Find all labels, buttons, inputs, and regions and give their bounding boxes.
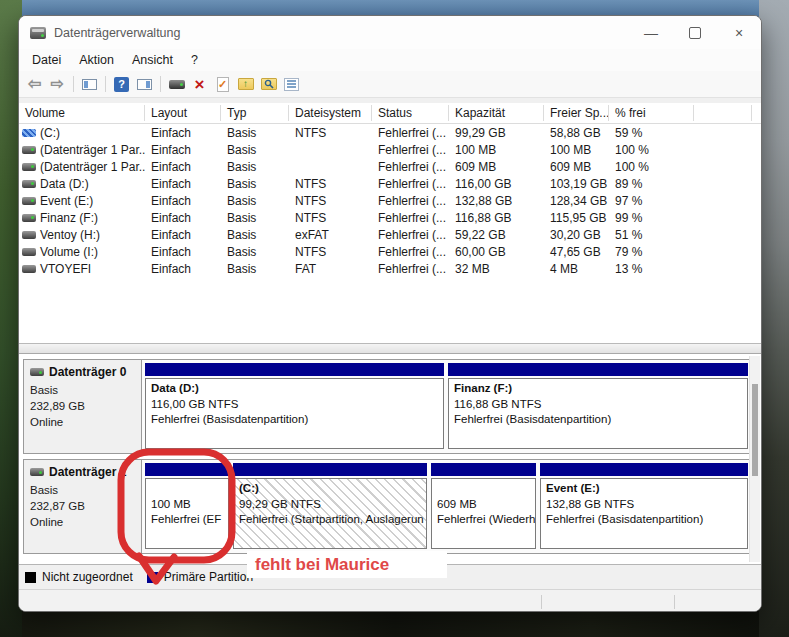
table-row[interactable]: (Datenträger 1 Par...EinfachBasisFehlerf… bbox=[19, 141, 761, 158]
partition-c[interactable]: (C:)99,29 GB NTFSFehlerfrei (Startpartit… bbox=[233, 463, 427, 549]
column-header-dateisystem[interactable]: Dateisystem bbox=[289, 105, 372, 121]
table-cell: NTFS bbox=[289, 245, 372, 259]
delete-icon[interactable]: × bbox=[189, 74, 210, 94]
partition-event-e[interactable]: Event (E:)132,88 GB NTFSFehlerfrei (Basi… bbox=[540, 463, 748, 549]
table-cell: Volume (I:) bbox=[19, 245, 145, 259]
partition-line: Fehlerfrei (Startpartition, Auslagerun bbox=[239, 512, 421, 528]
disk-detail: 232,87 GB bbox=[30, 498, 141, 514]
disk-row-datentr-ger-1: Datenträger 1Basis232,87 GBOnline100 MBF… bbox=[23, 459, 753, 554]
disk-drive-icon bbox=[30, 368, 44, 376]
title-bar: Datenträgerverwaltung —× bbox=[19, 16, 761, 49]
toolbar-separator bbox=[160, 76, 161, 92]
action-pane-icon[interactable] bbox=[134, 74, 155, 94]
table-row[interactable]: Ventoy (H:)EinfachBasisexFATFehlerfrei (… bbox=[19, 226, 761, 243]
column-header-freier-sp[interactable]: Freier Sp... bbox=[544, 105, 609, 121]
disk-info-panel[interactable]: Datenträger 1Basis232,87 GBOnline bbox=[24, 460, 142, 553]
partition-line: 99,29 GB NTFS bbox=[239, 497, 421, 513]
partition-title: Data (D:) bbox=[151, 381, 438, 397]
drive-icon bbox=[22, 265, 36, 273]
column-header-volume[interactable]: Volume bbox=[19, 105, 145, 121]
back-icon[interactable]: ⇦ bbox=[24, 74, 45, 94]
table-row[interactable]: Volume (I:)EinfachBasisNTFSFehlerfrei (.… bbox=[19, 243, 761, 260]
volume-name: (Datenträger 1 Par... bbox=[40, 143, 145, 157]
column-header-blank[interactable] bbox=[694, 105, 752, 121]
column-header-frei[interactable]: % frei bbox=[609, 105, 694, 121]
table-cell: 99,29 GB bbox=[449, 126, 544, 140]
table-cell: Basis bbox=[221, 160, 289, 174]
volume-name: Finanz (F:) bbox=[40, 211, 98, 225]
table-cell: NTFS bbox=[289, 211, 372, 225]
device-icon[interactable] bbox=[166, 74, 187, 94]
disk-graphical-view: Datenträger 0Basis232,89 GBOnlineData (D… bbox=[19, 354, 761, 564]
partition-finanz-f[interactable]: Finanz (F:)116,88 GB NTFSFehlerfrei (Bas… bbox=[448, 363, 748, 449]
maximize-icon[interactable] bbox=[673, 16, 717, 49]
help-icon[interactable]: ? bbox=[111, 74, 132, 94]
table-cell: 97 % bbox=[609, 194, 694, 208]
minimize-icon[interactable]: — bbox=[629, 16, 673, 49]
table-cell: Basis bbox=[221, 126, 289, 140]
table-cell: 132,88 GB bbox=[449, 194, 544, 208]
table-cell: Fehlerfrei (... bbox=[372, 177, 449, 191]
table-cell: 99 % bbox=[609, 211, 694, 225]
check-document-icon[interactable]: ✓ bbox=[212, 74, 233, 94]
table-cell: 79 % bbox=[609, 245, 694, 259]
column-header-kapazit-t[interactable]: Kapazität bbox=[449, 105, 544, 121]
column-header-layout[interactable]: Layout bbox=[145, 105, 221, 121]
table-cell: 89 % bbox=[609, 177, 694, 191]
disk-name: Datenträger 1 bbox=[49, 465, 126, 479]
table-cell: Einfach bbox=[145, 160, 221, 174]
toolbar-separator bbox=[73, 76, 74, 92]
partition-body: (C:)99,29 GB NTFSFehlerfrei (Startpartit… bbox=[233, 478, 427, 549]
scrollbar-thumb[interactable] bbox=[752, 384, 758, 476]
close-icon[interactable]: × bbox=[717, 16, 761, 49]
table-row[interactable]: Finanz (F:)EinfachBasisNTFSFehlerfrei (.… bbox=[19, 209, 761, 226]
partition-area: 100 MBFehlerfrei (EF(C:)99,29 GB NTFSFeh… bbox=[142, 460, 752, 553]
folder-search-icon[interactable] bbox=[258, 74, 279, 94]
disk-view-scrollbar[interactable] bbox=[749, 356, 760, 562]
table-cell: Basis bbox=[221, 194, 289, 208]
table-row[interactable]: (Datenträger 1 Par...EinfachBasisFehlerf… bbox=[19, 158, 761, 175]
table-row[interactable]: (C:)EinfachBasisNTFSFehlerfrei (...99,29… bbox=[19, 124, 761, 141]
menu-item-aktion[interactable]: Aktion bbox=[70, 51, 123, 69]
table-cell: Einfach bbox=[145, 126, 221, 140]
disk-info-panel[interactable]: Datenträger 0Basis232,89 GBOnline bbox=[24, 360, 142, 453]
table-cell: Data (D:) bbox=[19, 177, 145, 191]
column-header-status[interactable]: Status bbox=[372, 105, 449, 121]
table-cell: Basis bbox=[221, 177, 289, 191]
table-cell: Basis bbox=[221, 228, 289, 242]
toolbar-separator bbox=[105, 76, 106, 92]
disk-title: Datenträger 0 bbox=[30, 365, 141, 379]
forward-icon[interactable]: ⇨ bbox=[47, 74, 68, 94]
table-row[interactable]: Data (D:)EinfachBasisNTFSFehlerfrei (...… bbox=[19, 175, 761, 192]
pane-splitter[interactable] bbox=[19, 343, 761, 354]
table-cell: NTFS bbox=[289, 177, 372, 191]
menu-item-help[interactable]: ? bbox=[182, 51, 207, 69]
partition-609-mb[interactable]: 609 MBFehlerfrei (Wiederh bbox=[431, 463, 536, 549]
table-cell: Basis bbox=[221, 143, 289, 157]
partition-type-bar bbox=[145, 363, 444, 376]
table-cell: 4 MB bbox=[544, 262, 609, 276]
table-row[interactable]: Event (E:)EinfachBasisNTFSFehlerfrei (..… bbox=[19, 192, 761, 209]
table-cell: Fehlerfrei (... bbox=[372, 126, 449, 140]
table-row[interactable]: VTOYEFIEinfachBasisFATFehlerfrei (...32 … bbox=[19, 260, 761, 277]
table-cell: 60,00 GB bbox=[449, 245, 544, 259]
partition-line: 609 MB bbox=[437, 497, 530, 513]
menu-item-datei[interactable]: Datei bbox=[23, 51, 70, 69]
partition-100-mb[interactable]: 100 MBFehlerfrei (EF bbox=[145, 463, 229, 549]
partition-line: Fehlerfrei (Basisdatenpartition) bbox=[151, 412, 438, 428]
partition-line: Fehlerfrei (Basisdatenpartition) bbox=[454, 412, 742, 428]
window-title: Datenträgerverwaltung bbox=[54, 26, 180, 40]
table-cell: 609 MB bbox=[449, 160, 544, 174]
partition-body: Finanz (F:)116,88 GB NTFSFehlerfrei (Bas… bbox=[448, 378, 748, 449]
console-tree-icon[interactable] bbox=[79, 74, 100, 94]
disk-detail: 232,89 GB bbox=[30, 398, 141, 414]
menu-item-ansicht[interactable]: Ansicht bbox=[123, 51, 182, 69]
partition-type-bar bbox=[233, 463, 427, 476]
table-cell: 30,20 GB bbox=[544, 228, 609, 242]
folder-up-icon[interactable]: ↑ bbox=[235, 74, 256, 94]
status-bar-separator bbox=[674, 595, 675, 609]
column-header-typ[interactable]: Typ bbox=[221, 105, 289, 121]
partition-data-d[interactable]: Data (D:)116,00 GB NTFSFehlerfrei (Basis… bbox=[145, 363, 444, 449]
properties-icon[interactable] bbox=[281, 74, 302, 94]
disk-title: Datenträger 1 bbox=[30, 465, 141, 479]
